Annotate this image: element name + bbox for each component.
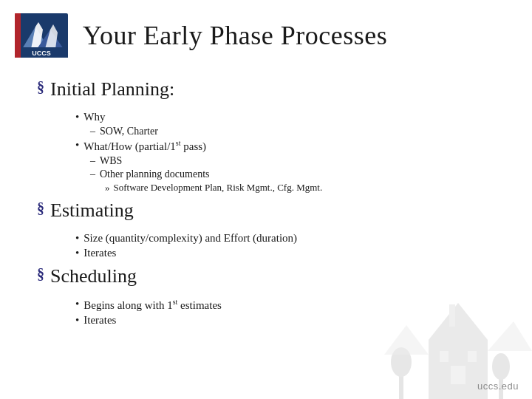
section-estimating: § Estimating • Size (quantity/complexity… [37,200,502,259]
slide-title: Your Early Phase Processes [83,20,387,51]
slide: UCCS Your Early Phase Processes § Initia… [0,0,532,399]
bullet-dot-why: • [75,111,79,123]
svg-marker-9 [429,303,488,340]
section-title-estimating: Estimating [50,200,134,222]
bullet-begins-text: Begins along with 1st estimates [83,298,222,312]
estimating-list: • Size (quantity/complexity) and Effort … [75,232,502,259]
bullet-dot-iterates-1: • [75,247,79,259]
bullet-why-text: Why [83,111,105,123]
bullet-dot-size: • [75,232,79,245]
dash-char-other: – [90,168,95,180]
svg-rect-7 [15,13,21,58]
bullet-iterates-2-text: Iterates [83,314,116,327]
section-item-estimating: § Estimating [37,200,502,222]
arrow-char-sdp: » [105,182,110,194]
dash-char-sow: – [90,126,95,137]
svg-rect-13 [451,366,466,384]
svg-rect-12 [468,351,477,362]
section-item-initial-planning: § Initial Planning: [37,78,502,100]
dash-other-planning: – Other planning documents [90,168,502,180]
svg-rect-11 [440,351,449,362]
dash-wbs: – WBS [90,155,502,167]
svg-marker-18 [384,325,429,355]
dash-sow: – SOW, Charter [90,126,502,137]
dash-wbs-text: WBS [100,155,122,167]
bullet-dot-iterates-2: • [75,314,79,327]
section-title-initial-planning: Initial Planning: [50,78,174,100]
svg-rect-10 [449,304,455,327]
bullet-iterates-1: • Iterates [75,247,502,259]
uccs-logo: UCCS [15,13,68,58]
bullet-iterates-1-text: Iterates [83,247,116,259]
svg-marker-19 [488,321,532,351]
section-bullet-1: § [37,79,44,96]
bullet-why: • Why [75,111,502,123]
slide-header: UCCS Your Early Phase Processes [0,0,532,65]
arrow-sdp-text: Software Development Plan, Risk Mgmt., C… [114,182,323,194]
dash-sow-text: SOW, Charter [100,126,158,137]
dash-other-text: Other planning documents [100,168,210,180]
section-title-scheduling: Scheduling [50,265,137,287]
bullet-size-text: Size (quantity/complexity) and Effort (d… [83,232,297,245]
initial-planning-list: • Why – SOW, Charter • What/How (partial… [75,111,502,194]
bullet-dot-whathow: • [75,139,79,151]
bullet-dot-begins: • [75,298,79,310]
bullet-whathow-text: What/How (partial/1st pass) [83,139,206,153]
dash-char-wbs: – [90,155,95,167]
section-initial-planning: § Initial Planning: • Why – SOW, Charter… [37,78,502,194]
uccs-watermark: uccs.edu [477,381,519,392]
bullet-size: • Size (quantity/complexity) and Effort … [75,232,502,245]
section-bullet-3: § [37,266,44,283]
svg-text:UCCS: UCCS [32,50,51,57]
section-item-scheduling: § Scheduling [37,265,502,287]
section-bullet-2: § [37,200,44,217]
bullet-whathow: • What/How (partial/1st pass) [75,139,502,153]
arrow-sdp: » Software Development Plan, Risk Mgmt.,… [105,182,502,194]
svg-point-17 [492,353,510,380]
